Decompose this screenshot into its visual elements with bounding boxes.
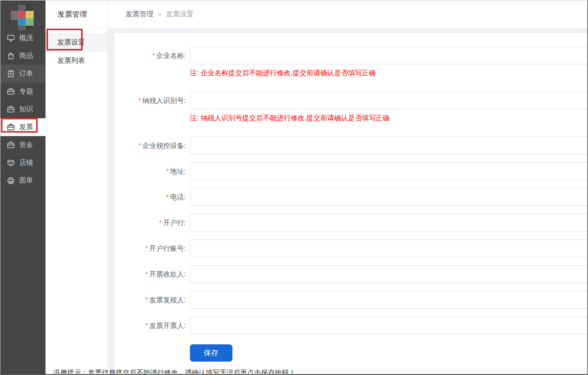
sidebar-item-goods[interactable]: 商品 (0, 47, 45, 65)
required-asterisk: * (145, 270, 148, 278)
sidebar-item-label: 商品 (19, 51, 33, 60)
required-asterisk: * (138, 141, 141, 149)
field-label: *发票复核人: (114, 291, 186, 309)
breadcrumb: 发票管理 > 发票设置 (108, 0, 587, 28)
goods-bag-icon (7, 52, 15, 60)
briefcase-icon (7, 123, 15, 131)
required-asterisk: * (152, 51, 155, 59)
field-input-3[interactable] (190, 162, 587, 180)
sidebar-item-topics[interactable]: 专题 (0, 83, 45, 100)
sidebar-item-label: 资金 (19, 141, 33, 149)
field-label: *企业名称: (114, 47, 186, 64)
breadcrumb-item-invoice-settings: 发票设置 (166, 10, 194, 19)
clipboard-icon (7, 70, 15, 78)
field-label: *开户行账号: (114, 239, 186, 257)
field-label: *地址: (114, 162, 186, 180)
required-asterisk: * (145, 296, 148, 304)
field-input-2[interactable] (190, 137, 587, 154)
clipped-footer-text: 温馨提示：发票信息提交后不能进行修改，请确认填写无误后再点击保存按钮！ (53, 369, 311, 374)
sidebar-item-label: 店铺 (19, 158, 33, 167)
form-row-2: *企业税控设备: (114, 137, 587, 154)
storefront-icon (7, 159, 15, 167)
sidebar-item-shop[interactable]: 店铺 (0, 154, 45, 172)
printer-icon (7, 177, 15, 185)
breadcrumb-separator-icon: > (158, 11, 162, 18)
sidebar-item-invoice[interactable]: 发票 (0, 118, 45, 136)
form-row-5: *开户行: (114, 214, 587, 232)
sidebar-item-label: 订单 (19, 69, 33, 78)
sidebar-item-orders[interactable]: 订单 (0, 65, 45, 83)
field-label: *电话: (114, 188, 186, 206)
field-input-9[interactable] (190, 317, 587, 334)
field-input-0[interactable] (190, 47, 587, 64)
required-asterisk: * (145, 244, 148, 252)
field-label: *开户行: (114, 214, 186, 232)
submenu-item-invoice-settings[interactable]: 发票设置 (45, 33, 107, 51)
submenu-item-invoice-list[interactable]: 发票列表 (45, 51, 107, 70)
required-asterisk: * (159, 219, 162, 227)
field-label: *纳税人识别号: (114, 92, 186, 109)
form-row-9: *发票开票人: (114, 317, 587, 334)
sidebar-item-funds[interactable]: 资金 (0, 136, 45, 154)
app-logo (11, 5, 35, 29)
field-label: *开票收款人: (114, 265, 186, 283)
form-row-8: *发票复核人: (114, 291, 587, 309)
invoice-settings-form-panel: *企业名称:注: 企业名称提交后不能进行修改,提交前请确认是否填写正确*纳税人识… (114, 33, 587, 374)
sidebar-item-label: 专题 (19, 87, 33, 96)
submenu-title: 发票管理 (45, 0, 107, 28)
breadcrumb-item-invoice-management[interactable]: 发票管理 (126, 10, 153, 19)
monitor-icon (7, 34, 15, 42)
field-input-7[interactable] (190, 265, 587, 283)
form-row-4: *电话: (114, 188, 587, 206)
primary-sidebar: 概况商品订单专题知识发票资金店铺面单 (0, 0, 45, 374)
briefcase-icon (7, 88, 15, 95)
field-input-6[interactable] (190, 239, 587, 257)
field-label: *发票开票人: (114, 317, 186, 334)
field-input-4[interactable] (190, 188, 587, 206)
required-asterisk: * (145, 322, 148, 329)
briefcase-icon (7, 105, 15, 113)
field-note: 注: 纳税人识别号提交后不能进行修改,提交前请确认是否填写正确 (190, 114, 587, 123)
app-window: 概况商品订单专题知识发票资金店铺面单 发票管理 发票设置发票列表 发票管理 > … (0, 0, 588, 375)
sidebar-item-knowledge[interactable]: 知识 (0, 100, 45, 118)
form-row-1: *纳税人识别号: (114, 92, 587, 109)
field-label: *企业税控设备: (114, 137, 186, 154)
form-row-6: *开户行账号: (114, 239, 587, 257)
briefcase-icon (7, 141, 15, 149)
main-area: 发票管理 > 发票设置 *企业名称:注: 企业名称提交后不能进行修改,提交前请确… (108, 0, 587, 374)
form-row-0: *企业名称: (114, 47, 587, 64)
sidebar-item-overview[interactable]: 概况 (0, 29, 45, 47)
required-asterisk: * (166, 167, 169, 175)
required-asterisk: * (166, 193, 169, 201)
sidebar-item-label: 知识 (19, 105, 33, 114)
sidebar-item-label: 面单 (19, 176, 33, 185)
invoice-settings-form: *企业名称:注: 企业名称提交后不能进行修改,提交前请确认是否填写正确*纳税人识… (114, 47, 587, 334)
field-input-8[interactable] (190, 291, 587, 309)
field-note: 注: 企业名称提交后不能进行修改,提交前请确认是否填写正确 (190, 69, 587, 78)
submenu-list: 发票设置发票列表 (45, 33, 107, 70)
sidebar-item-label: 概况 (19, 34, 33, 43)
form-row-3: *地址: (114, 162, 587, 180)
logo-area (0, 0, 45, 29)
sidebar-item-label: 发票 (19, 123, 33, 132)
secondary-sidebar: 发票管理 发票设置发票列表 (45, 0, 108, 374)
field-input-1[interactable] (190, 92, 587, 109)
required-asterisk: * (138, 96, 141, 104)
save-button[interactable]: 保存 (190, 344, 232, 362)
sidebar-item-waybill[interactable]: 面单 (0, 172, 45, 189)
form-row-7: *开票收款人: (114, 265, 587, 283)
sidebar-nav: 概况商品订单专题知识发票资金店铺面单 (0, 29, 45, 189)
field-input-5[interactable] (190, 214, 587, 232)
